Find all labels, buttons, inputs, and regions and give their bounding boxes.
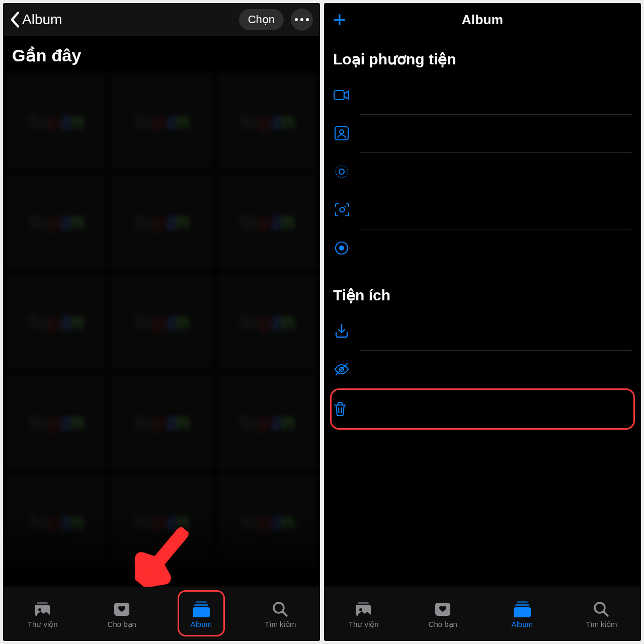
photo-thumb[interactable]: topzn [5, 72, 107, 170]
tab-label: Cho bạn [108, 620, 136, 629]
svg-point-15 [345, 206, 346, 208]
photo-thumb[interactable]: topzn [110, 273, 212, 370]
svg-rect-5 [194, 604, 208, 606]
row-label: Ảnh selfie [360, 129, 396, 138]
svg-line-20 [339, 408, 339, 413]
screen-recording-icon [333, 239, 360, 257]
row-recently-deleted[interactable]: Đã xóa gần đây [332, 390, 629, 428]
tab-label: Tìm kiếm [265, 620, 296, 629]
album-icon [512, 600, 532, 618]
tab-album[interactable]: Album [162, 587, 241, 641]
svg-point-14 [340, 208, 345, 212]
chevron-left-icon [9, 11, 20, 28]
photo-thumb[interactable]: topzn [216, 473, 318, 571]
row-screen-recordings[interactable]: Bản ghi màn hình [333, 229, 632, 267]
select-button[interactable]: Chọn [239, 9, 284, 30]
photo-thumb[interactable]: topzn [5, 173, 107, 270]
photo-thumb[interactable]: topzn [5, 473, 107, 571]
library-icon [354, 600, 374, 618]
tab-label: Album [190, 620, 212, 628]
tabbar: Thư viện Cho bạn Album Tìm kiếm [324, 587, 641, 641]
tab-label: Cho bạn [429, 620, 457, 629]
row-label: Bị ẩn [360, 365, 379, 374]
svg-rect-27 [515, 604, 529, 606]
svg-line-8 [283, 612, 287, 616]
tabbar: Thư viện Cho bạn Album Tìm kiếm [3, 587, 320, 641]
more-button[interactable] [291, 9, 313, 31]
row-live-photos[interactable]: Live Photos [333, 152, 632, 191]
tab-search[interactable]: Tìm kiếm [562, 587, 641, 641]
svg-point-2 [38, 608, 41, 611]
section-media-types: Loại phương tiện [333, 36, 632, 76]
photo-thumb[interactable]: topzn [110, 173, 212, 270]
album-icon [191, 600, 211, 618]
tab-library[interactable]: Thư viện [324, 587, 404, 641]
svg-line-19 [336, 364, 347, 375]
search-icon [591, 600, 611, 618]
svg-line-30 [604, 612, 608, 616]
row-label: Live Photos [360, 168, 403, 177]
photo-thumb[interactable]: topzn [216, 72, 318, 170]
svg-point-12 [339, 169, 344, 174]
row-selfie[interactable]: Ảnh selfie [333, 114, 632, 152]
tab-search[interactable]: Tìm kiếm [241, 587, 320, 641]
svg-rect-1 [37, 602, 48, 604]
search-icon [270, 600, 290, 618]
back-button[interactable]: Album [9, 11, 62, 28]
svg-rect-4 [196, 601, 207, 603]
row-hidden[interactable]: Bị ẩn [333, 350, 632, 388]
back-label: Album [22, 12, 62, 28]
photo-thumb[interactable]: topzn [110, 473, 212, 571]
topbar: Album Chọn [3, 3, 320, 36]
row-label: Video [360, 91, 381, 100]
svg-line-21 [342, 408, 342, 413]
highlight-box: Đã xóa gần đây [330, 388, 635, 430]
photo-thumb[interactable]: topzn [110, 373, 212, 470]
screenshot-icon [333, 201, 360, 218]
photo-thumb[interactable]: topzn [216, 273, 318, 370]
svg-rect-23 [358, 602, 369, 604]
svg-point-11 [340, 130, 344, 134]
import-icon [333, 323, 360, 340]
album-list: Loại phương tiện Video Ảnh selfie Live P… [324, 36, 641, 430]
trash-icon [332, 400, 359, 418]
for-you-icon [433, 600, 453, 618]
photo-thumb[interactable]: topzn [5, 273, 107, 370]
svg-rect-9 [334, 91, 344, 100]
library-icon [33, 600, 53, 618]
svg-rect-26 [517, 601, 528, 603]
row-label: Đã xóa gần đây [359, 405, 416, 414]
tab-label: Thư viện [349, 620, 379, 629]
tab-label: Thư viện [28, 620, 58, 629]
hidden-icon [333, 361, 360, 378]
tab-for-you[interactable]: Cho bạn [404, 587, 483, 641]
svg-point-13 [336, 166, 348, 178]
svg-rect-28 [514, 607, 531, 617]
media-types-group: Video Ảnh selfie Live Photos Ảnh màn hìn… [333, 76, 632, 267]
svg-rect-6 [193, 607, 210, 617]
page-title: Album [324, 12, 641, 28]
photo-thumb[interactable]: topzn [5, 373, 107, 470]
row-label: Nhập [360, 327, 380, 336]
row-screenshots[interactable]: Ảnh màn hình [333, 191, 632, 229]
video-icon [333, 87, 360, 104]
svg-point-24 [359, 608, 362, 611]
row-video[interactable]: Video [333, 76, 632, 114]
photo-thumb[interactable]: topzn [216, 173, 318, 270]
tab-library[interactable]: Thư viện [3, 587, 83, 641]
photo-thumb[interactable]: topzn [110, 72, 212, 170]
topbar: + Album [324, 3, 641, 36]
photo-grid: topzn topzn topzn topzn topzn topzn topz… [3, 72, 320, 571]
add-button[interactable]: + [330, 9, 349, 31]
svg-point-17 [339, 246, 344, 251]
tab-album[interactable]: Album [482, 587, 562, 641]
photo-thumb[interactable]: topzn [216, 373, 318, 470]
phone-right: + Album Loại phương tiện Video Ảnh selfi… [324, 3, 641, 641]
tab-for-you[interactable]: Cho bạn [83, 587, 162, 641]
album-title: Gần đây [3, 36, 320, 72]
section-utilities: Tiện ích [333, 267, 632, 312]
phone-left: Album Chọn Gần đây topzn topzn topzn top… [3, 3, 320, 641]
for-you-icon [112, 600, 132, 618]
utilities-group: Nhập Bị ẩn Đã xóa gần đây [333, 312, 632, 430]
row-import[interactable]: Nhập [333, 312, 632, 350]
